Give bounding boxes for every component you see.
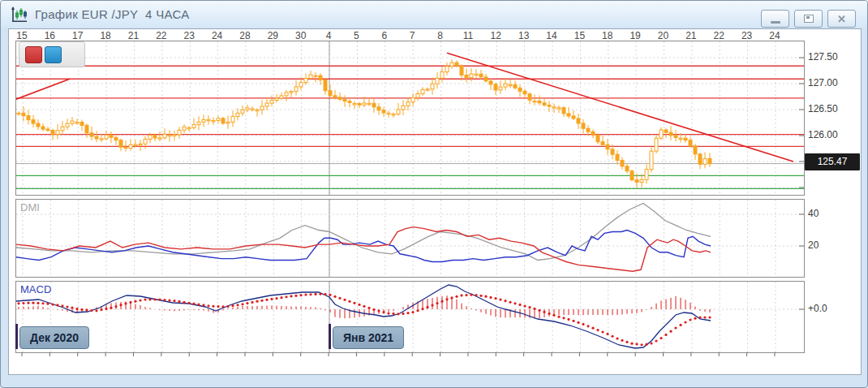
current-price-tag: 125.47 [805,153,860,170]
x-axis-label: 14 [540,29,563,42]
month-label-jan: Янв 2021 [333,326,404,349]
x-axis-label: 18 [596,29,619,42]
dmi-panel[interactable]: DMI [15,199,805,278]
window-title: График EUR /JPY 4 ЧАСА [35,7,190,21]
x-axis-label: 18 [94,29,117,42]
x-axis-label: 12 [484,29,507,42]
x-axis-label: 29 [261,29,284,42]
x-axis-label: 22 [150,29,173,42]
x-axis-label: 20 [652,29,675,42]
x-axis-label: 11 [457,29,479,42]
x-axis-label: 15 [568,29,591,42]
window-controls: ✕ [761,10,856,28]
macd-chart [16,282,804,352]
x-axis-label: 28 [234,29,256,42]
close-icon: ✕ [837,14,846,24]
x-axis-label: 30 [290,29,312,42]
candlestick-chart-icon [11,6,28,24]
blue-marker-button[interactable] [45,46,62,63]
x-axis-label: 13 [513,29,535,42]
x-axis-ticks [15,352,803,358]
x-axis-label: 23 [178,29,200,42]
x-axis-label: 7 [401,29,423,42]
dmi-axis-label: 20 [808,239,819,251]
month-label-dec: Дек 2020 [19,326,89,349]
price-axis-label: 126.50 [808,103,838,114]
minimize-icon [771,21,780,24]
x-axis-label: 15 [11,29,33,42]
red-marker-button[interactable] [25,46,42,63]
price-panel[interactable] [15,41,805,196]
close-button[interactable]: ✕ [827,10,856,28]
x-axis-label: 24 [206,29,229,42]
x-axis-label: 5 [345,29,367,42]
x-axis-label: 21 [680,29,703,42]
x-axis-label: 17 [67,29,89,42]
dmi-chart [16,200,804,277]
month-start-marker [329,324,331,349]
x-axis-label: 24 [763,29,786,42]
x-axis-label: 6 [373,29,396,42]
month-start-marker [15,324,18,349]
x-axis-label: 8 [429,29,452,42]
chart-window: График EUR /JPY 4 ЧАСА ✕ DMI MACD Дек 20… [0,0,868,388]
x-axis-label: 23 [736,29,758,42]
price-chart [16,41,804,195]
x-axis-label: 4 [317,29,340,42]
x-axis-label: 22 [707,29,730,42]
price-axis-label: 127.50 [808,51,838,63]
title-bar[interactable]: График EUR /JPY 4 ЧАСА ✕ [1,1,867,28]
price-axis-label: 127.00 [808,77,838,88]
restore-icon [804,15,814,23]
macd-panel[interactable]: MACD [15,281,805,353]
chart-client-area: DMI MACD Дек 2020 Янв 2021 127.50127.001… [8,28,862,375]
price-axis-label: 126.00 [808,129,838,140]
dmi-axis-label: 40 [808,208,819,219]
x-axis-label: 16 [38,29,61,42]
macd-axis-label: +0.0 [808,303,827,314]
minimize-button[interactable] [761,10,789,28]
restore-button[interactable] [794,10,823,28]
chart-toolbar [19,41,85,67]
x-axis-label: 21 [122,29,144,42]
x-axis-label: 19 [624,29,647,42]
